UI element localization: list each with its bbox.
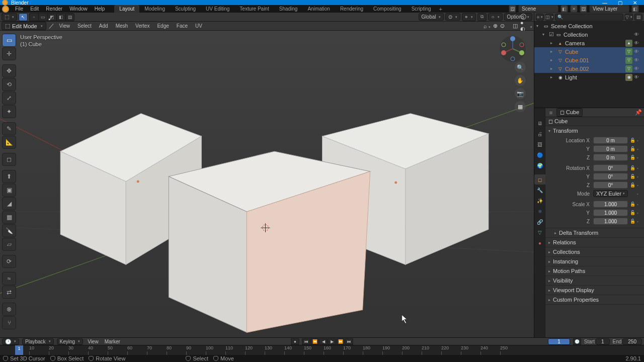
tool-select-box[interactable]: ▭ xyxy=(2,34,16,47)
select-extra-icon[interactable]: ▤ xyxy=(65,13,74,21)
nav-camera-icon[interactable]: 📷 xyxy=(515,88,526,99)
menu-help[interactable]: Help xyxy=(91,5,109,13)
ptab-mesh[interactable]: ▽ xyxy=(534,227,545,237)
nav-pan-icon[interactable]: ✋ xyxy=(515,75,526,86)
tool-spin[interactable]: ⟳ xyxy=(2,255,16,268)
ptab-object[interactable]: ◻ xyxy=(534,174,545,185)
cursor-tool-icon[interactable]: ↖ xyxy=(19,13,28,21)
proportional-dropdown[interactable]: ○ xyxy=(488,13,502,21)
panel-header-motionpaths[interactable]: ▸Motion Paths xyxy=(545,266,644,276)
panel-header-instancing[interactable]: ▸Instancing xyxy=(545,257,644,266)
tool-rotate[interactable]: ⟲ xyxy=(2,78,16,91)
scale-y-field[interactable]: 1.000 xyxy=(593,209,628,216)
menu-window[interactable]: Window xyxy=(66,5,91,13)
tool-inset[interactable]: ▣ xyxy=(2,184,16,197)
start-frame-field[interactable]: 1 xyxy=(596,338,610,345)
xray-toggle-icon[interactable]: ◫ xyxy=(513,23,518,29)
panel-header-delta[interactable]: ▸Delta Transform xyxy=(545,228,644,237)
outliner-display-mode[interactable]: ≡ xyxy=(536,14,544,21)
rot-z-field[interactable]: 0° xyxy=(593,182,628,189)
play-icon[interactable]: ▶ xyxy=(328,338,336,345)
pivot-dropdown[interactable]: ⊙ xyxy=(445,13,460,21)
menu-render[interactable]: Render xyxy=(42,5,66,13)
panel-header-viewportdisplay[interactable]: ▸Viewport Display xyxy=(545,286,644,295)
select-vert-icon[interactable]: ▫ xyxy=(29,13,38,21)
ptab-render[interactable]: 🖥 xyxy=(534,118,545,128)
ptab-output[interactable]: 🖨 xyxy=(534,129,545,139)
viewlayer-new-icon[interactable]: ◧ xyxy=(631,5,639,13)
jump-end-icon[interactable]: ⏭ xyxy=(345,338,353,345)
outliner-row-light[interactable]: ▸◉ Light ◉ 👁 xyxy=(534,73,644,81)
ptab-particle[interactable]: ✨ xyxy=(534,196,545,206)
timeline-keying-dropdown[interactable]: Keying xyxy=(57,338,84,345)
tool-annotate[interactable]: ✎ xyxy=(2,122,16,135)
snap-dropdown[interactable]: ⌖ xyxy=(462,13,476,21)
tool-move[interactable]: ✥ xyxy=(2,64,16,77)
shading-wireframe-icon[interactable]: ◯ xyxy=(520,13,526,20)
ptab-world[interactable]: 🌍 xyxy=(534,160,545,170)
ptab-material[interactable]: ● xyxy=(534,238,545,248)
scene-name-field[interactable]: Scene xyxy=(518,5,558,13)
timeline-ruler[interactable]: 1 10203040506070809010011012013014015016… xyxy=(0,345,644,355)
panel-header-visibility[interactable]: ▸Visibility xyxy=(545,276,644,285)
tool-loopcut[interactable]: ▦ xyxy=(2,211,16,224)
tool-edge-slide[interactable]: ⇄ xyxy=(2,286,16,299)
tool-polybuild[interactable]: ▱ xyxy=(2,238,16,251)
viewlayer-browse-icon[interactable]: 🖼 xyxy=(580,5,587,13)
scene-browse-icon[interactable]: 🖼 xyxy=(509,5,516,13)
timeline-editor-type[interactable]: 🕐 xyxy=(2,338,19,345)
workspace-tab-modeling[interactable]: Modeling xyxy=(139,5,170,13)
autokey-toggle-icon[interactable]: ● xyxy=(291,338,299,345)
overlay-toggle-icon[interactable]: ⊙ xyxy=(500,23,505,29)
workspace-tab-layout[interactable]: Layout xyxy=(114,5,139,13)
editor-type-dropdown[interactable]: ⬚ xyxy=(2,13,17,21)
mesh-edit-mode-display[interactable]: ⌕ xyxy=(484,23,491,29)
outliner-new-collection-icon[interactable]: ▤ xyxy=(634,14,642,21)
panel-header-collections[interactable]: ▸Collections xyxy=(545,247,644,256)
viewport-canvas[interactable]: ▭ ✛ ✥ ⟲ ⤢ ✦ ✎ 📐 ◻ ⬆ ▣ ◢ ▦ 🔪 ▱ ⟳ xyxy=(0,31,534,337)
vp-menu-vertex[interactable]: Vertex xyxy=(133,23,152,29)
tool-smooth[interactable]: ≈ xyxy=(2,272,16,285)
panel-header-relations[interactable]: ▸Relations xyxy=(545,238,644,247)
menu-edit[interactable]: Edit xyxy=(27,5,42,13)
scale-x-field[interactable]: 1.000 xyxy=(593,201,628,208)
tool-bevel[interactable]: ◢ xyxy=(2,197,16,210)
outliner-view-dropdown[interactable]: ◫ xyxy=(545,14,553,21)
tool-transform[interactable]: ✦ xyxy=(2,105,16,118)
preview-range-icon[interactable]: 🕐 xyxy=(573,338,581,345)
loc-x-field[interactable]: 0 m xyxy=(593,137,628,144)
timeline-menu-marker[interactable]: Marker xyxy=(103,339,122,344)
menu-file[interactable]: File xyxy=(12,5,27,13)
vp-menu-add[interactable]: Add xyxy=(97,23,111,29)
edge-select-icon[interactable]: ／ xyxy=(49,22,54,30)
scale-z-field[interactable]: 1.000 xyxy=(593,218,628,225)
outliner-row-scene-collection[interactable]: ▾▭ Scene Collection xyxy=(534,22,644,30)
tool-scale[interactable]: ⤢ xyxy=(2,92,16,105)
rot-x-field[interactable]: 0° xyxy=(593,164,628,171)
gizmo-toggle-icon[interactable]: ⊕ xyxy=(493,23,498,29)
outliner-search-input[interactable]: 🔍 xyxy=(555,14,623,21)
tool-knife[interactable]: 🔪 xyxy=(2,224,16,237)
workspace-tab-rendering[interactable]: Rendering xyxy=(335,5,368,13)
viewlayer-name-field[interactable]: View Layer xyxy=(589,5,629,13)
vp-menu-view[interactable]: View xyxy=(57,23,73,29)
outliner-row-collection[interactable]: ▾☑▭ Collection 👁 xyxy=(534,30,644,39)
select-edge-icon[interactable]: ▭ xyxy=(38,13,47,21)
vp-menu-uv[interactable]: UV xyxy=(193,23,205,29)
vp-menu-edge[interactable]: Edge xyxy=(154,23,171,29)
outliner-row-camera[interactable]: ▸▴ Camera ▲ 👁 xyxy=(534,39,644,47)
workspace-add-button[interactable]: + xyxy=(436,6,445,12)
blender-logo-icon[interactable] xyxy=(2,6,9,13)
ptab-scene[interactable]: 🔵 xyxy=(534,150,545,160)
prop-context-crumb[interactable]: ◻ Cube xyxy=(556,108,583,117)
nav-zoom-icon[interactable]: 🔍 xyxy=(515,62,526,73)
jump-start-icon[interactable]: ⏮ xyxy=(302,338,310,345)
prop-editor-type-icon[interactable]: ≡ xyxy=(547,109,554,116)
ptab-constraint[interactable]: 🔗 xyxy=(534,217,545,227)
current-frame-field[interactable]: 1 xyxy=(548,338,570,345)
nav-ortho-icon[interactable]: ▦ xyxy=(515,101,526,112)
prop-pin-icon[interactable]: 📌 xyxy=(635,109,642,116)
window-close-button[interactable]: ✕ xyxy=(628,0,642,5)
tool-extrude[interactable]: ⬆ xyxy=(2,170,16,183)
loc-y-field[interactable]: 0 m xyxy=(593,145,628,152)
